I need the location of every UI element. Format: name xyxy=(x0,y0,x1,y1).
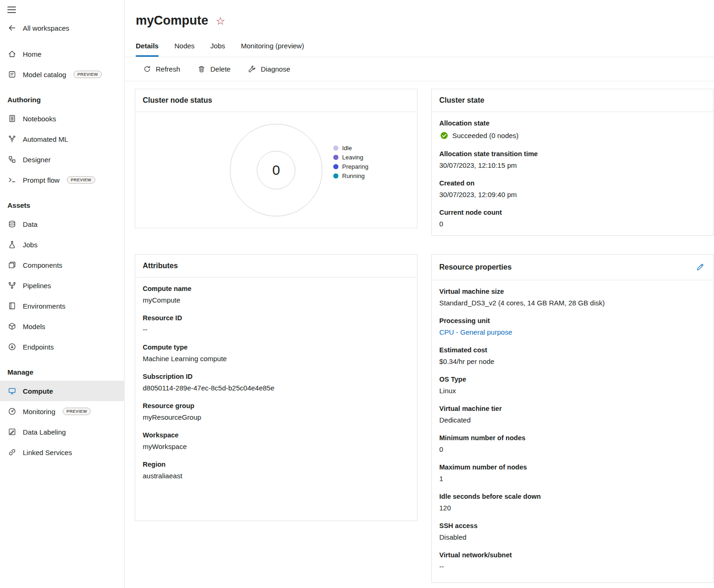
legend-item-leaving: Leaving xyxy=(333,154,368,161)
field-value: Disabled xyxy=(439,533,706,541)
field-vm-tier: Virtual machine tier Dedicated xyxy=(439,405,706,424)
edit-resource-properties-button[interactable] xyxy=(694,262,706,273)
legend-dot xyxy=(333,164,338,169)
field-value: australiaeast xyxy=(143,472,410,480)
tab-details[interactable]: Details xyxy=(136,42,159,57)
card-title: Resource properties xyxy=(439,263,512,271)
environments-icon xyxy=(7,301,17,311)
sidebar-item-home[interactable]: Home xyxy=(0,44,124,64)
field-value: Linux xyxy=(439,387,706,395)
sidebar-item-notebooks[interactable]: Notebooks xyxy=(0,108,124,129)
sidebar-item-label: Notebooks xyxy=(23,115,56,123)
legend-label: Leaving xyxy=(342,154,364,161)
sidebar-item-model-catalog[interactable]: Model catalog PREVIEW xyxy=(0,64,124,85)
back-label: All workspaces xyxy=(23,24,69,32)
designer-icon xyxy=(7,155,17,164)
pipelines-icon xyxy=(7,281,17,290)
field-allocation-state: Allocation state Succeeded (0 nodes) xyxy=(439,119,706,140)
field-label: Virtual machine size xyxy=(439,288,706,295)
tab-nodes[interactable]: Nodes xyxy=(174,42,194,57)
field-value: 0 xyxy=(439,220,706,228)
field-value: -- xyxy=(143,325,410,333)
data-labeling-icon xyxy=(7,427,17,436)
diagnose-button[interactable]: Diagnose xyxy=(239,57,298,81)
model-catalog-icon xyxy=(7,70,17,79)
sidebar-item-label: Components xyxy=(23,261,62,269)
sidebar-item-compute[interactable]: Compute xyxy=(0,381,124,401)
sidebar-item-jobs[interactable]: Jobs xyxy=(0,234,124,255)
processing-unit-link[interactable]: CPU - General purpose xyxy=(439,328,512,336)
hamburger-menu-icon[interactable] xyxy=(0,5,23,19)
field-value: Machine Learning compute xyxy=(143,355,410,363)
sidebar-item-data[interactable]: Data xyxy=(0,214,124,234)
chart-legend: Idle Leaving Preparing Running xyxy=(333,145,368,179)
sidebar-item-automated-ml[interactable]: Automated ML xyxy=(0,129,124,149)
tab-monitoring-preview[interactable]: Monitoring (preview) xyxy=(241,42,304,57)
sidebar-item-label: Environments xyxy=(23,302,66,310)
field-label: SSH access xyxy=(439,522,706,529)
field-label: Created on xyxy=(439,179,706,187)
legend-dot xyxy=(333,145,338,151)
diagnose-icon xyxy=(247,65,257,74)
sidebar-item-prompt-flow[interactable]: Prompt flow PREVIEW xyxy=(0,170,124,190)
diagnose-label: Diagnose xyxy=(261,65,290,73)
sidebar: All workspaces Home Model catalog PREVIE… xyxy=(0,0,125,588)
resource-properties-card: Resource properties Virtual machine size… xyxy=(431,254,714,583)
field-value: 30/07/2023, 12:10:15 pm xyxy=(439,161,706,169)
sidebar-item-models[interactable]: Models xyxy=(0,316,124,337)
field-label: Compute name xyxy=(143,285,410,292)
tab-bar: Details Nodes Jobs Monitoring (preview) xyxy=(125,42,714,57)
sidebar-item-data-labeling[interactable]: Data Labeling xyxy=(0,422,124,442)
field-subscription-id: Subscription ID d8050114-289e-47ec-8c5d-… xyxy=(143,373,410,392)
sidebar-item-pipelines[interactable]: Pipelines xyxy=(0,275,124,296)
sidebar-item-label: Linked Services xyxy=(23,449,72,456)
donut-total: 0 xyxy=(227,121,325,219)
sidebar-item-environments[interactable]: Environments xyxy=(0,296,124,316)
sidebar-item-label: Model catalog xyxy=(23,71,66,79)
monitoring-icon xyxy=(7,407,17,416)
tab-jobs[interactable]: Jobs xyxy=(211,42,225,57)
field-value: -- xyxy=(439,562,706,570)
field-processing-unit: Processing unit CPU - General purpose xyxy=(439,317,706,336)
sidebar-item-label: Pipelines xyxy=(23,282,51,290)
sidebar-item-label: Monitoring xyxy=(23,408,55,416)
sidebar-item-label: Models xyxy=(23,323,45,330)
preview-badge: PREVIEW xyxy=(73,71,101,78)
home-icon xyxy=(7,49,17,59)
field-allocation-transition-time: Allocation state transition time 30/07/2… xyxy=(439,150,706,169)
legend-dot xyxy=(333,155,338,160)
card-title: Cluster node status xyxy=(143,96,212,105)
refresh-button[interactable]: Refresh xyxy=(134,57,189,81)
sidebar-section-authoring: Authoring xyxy=(0,96,124,104)
favorite-star-icon[interactable]: ☆ xyxy=(216,15,225,26)
sidebar-item-endpoints[interactable]: Endpoints xyxy=(0,337,124,357)
field-label: Workspace xyxy=(143,431,410,439)
refresh-label: Refresh xyxy=(156,65,180,73)
refresh-icon xyxy=(142,65,152,74)
prompt-flow-icon xyxy=(7,175,17,185)
legend-item-idle: Idle xyxy=(333,145,368,152)
field-value: myResourceGroup xyxy=(143,413,410,421)
field-compute-type: Compute type Machine Learning compute xyxy=(143,344,410,363)
cluster-node-status-card: Cluster node status 0 Idle xyxy=(135,89,417,228)
automated-ml-icon xyxy=(7,134,17,144)
field-value: myCompute xyxy=(143,296,410,304)
preview-badge: PREVIEW xyxy=(63,408,91,415)
field-value: Dedicated xyxy=(439,416,706,424)
field-label: Estimated cost xyxy=(439,346,706,354)
field-compute-name: Compute name myCompute xyxy=(143,285,410,304)
delete-label: Delete xyxy=(211,65,231,73)
page-title: myCompute xyxy=(136,11,208,30)
sidebar-item-label: Home xyxy=(23,50,41,58)
sidebar-item-label: Endpoints xyxy=(23,343,54,351)
field-value: $0.34/hr per node xyxy=(439,357,706,365)
sidebar-item-monitoring[interactable]: Monitoring PREVIEW xyxy=(0,401,124,422)
field-label: Region xyxy=(143,461,410,468)
sidebar-item-designer[interactable]: Designer xyxy=(0,149,124,170)
compute-icon xyxy=(7,386,17,396)
sidebar-item-components[interactable]: Components xyxy=(0,255,124,275)
field-value: d8050114-289e-47ec-8c5d-b25c04e4e85e xyxy=(143,384,410,392)
sidebar-item-linked-services[interactable]: Linked Services xyxy=(0,442,124,462)
delete-button[interactable]: Delete xyxy=(189,57,239,81)
all-workspaces-back-link[interactable]: All workspaces xyxy=(0,19,124,37)
